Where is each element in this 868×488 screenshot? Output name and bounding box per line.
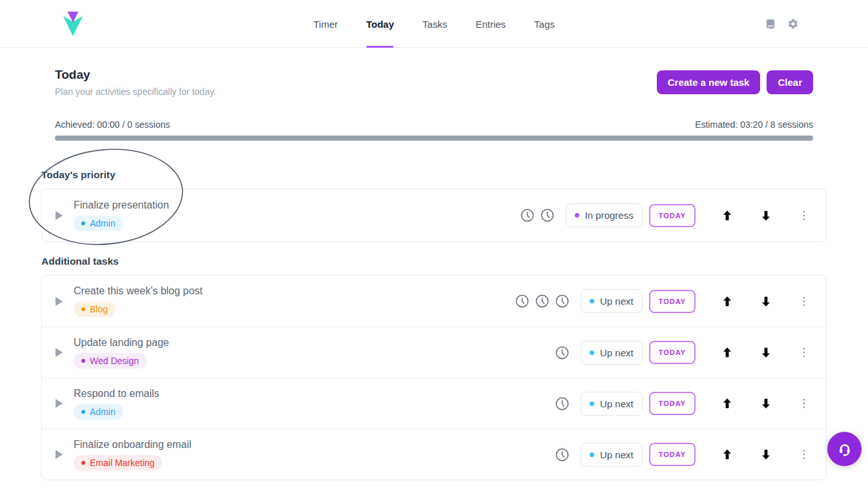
- tag-label: Admin: [90, 218, 116, 229]
- today-button[interactable]: TODAY: [649, 443, 696, 466]
- move-up-button[interactable]: [720, 396, 734, 411]
- page-header: Today Plan your activities specifically …: [55, 68, 216, 97]
- move-up-button[interactable]: [720, 345, 734, 360]
- tab-tasks[interactable]: Tasks: [422, 0, 447, 48]
- priority-section-heading: Today's priority: [41, 169, 827, 181]
- today-button[interactable]: TODAY: [649, 341, 696, 364]
- tab-today[interactable]: Today: [366, 0, 394, 48]
- tag-label: Email Marketing: [90, 458, 154, 468]
- move-down-button[interactable]: [759, 447, 773, 462]
- status-badge[interactable]: Up next: [581, 289, 643, 313]
- status-dot: [590, 402, 594, 406]
- task-row: Create this week's blog post Blog Up nex…: [42, 276, 826, 327]
- task-menu-button[interactable]: [798, 396, 811, 411]
- tab-label: Tasks: [422, 19, 447, 30]
- tag-dot: [81, 221, 85, 225]
- status-badge[interactable]: Up next: [581, 392, 643, 416]
- play-icon[interactable]: [56, 297, 63, 306]
- main-content: Today Plan your activities specifically …: [41, 68, 827, 480]
- session-clocks: [555, 396, 570, 411]
- create-task-button[interactable]: Create a new task: [657, 70, 761, 94]
- play-icon[interactable]: [56, 399, 63, 408]
- tag-dot: [81, 461, 85, 465]
- status-badge[interactable]: In progress: [566, 203, 643, 227]
- today-button[interactable]: TODAY: [649, 204, 696, 227]
- play-icon[interactable]: [56, 211, 63, 220]
- priority-task-card: Finalize presentation Admin In progress …: [41, 188, 827, 242]
- move-down-button[interactable]: [759, 396, 773, 411]
- achieved-label: Achieved: 00:00 / 0 sessions: [55, 119, 170, 130]
- status-badge[interactable]: Up next: [581, 341, 643, 365]
- move-down-button[interactable]: [759, 345, 773, 360]
- task-tag[interactable]: Blog: [74, 301, 116, 317]
- support-chat-button[interactable]: [827, 432, 862, 466]
- status-label: Up next: [600, 296, 634, 307]
- task-title: Respond to emails: [74, 388, 160, 400]
- move-up-button[interactable]: [720, 294, 734, 309]
- task-tag[interactable]: Wed Design: [74, 353, 147, 369]
- tab-entries[interactable]: Entries: [475, 0, 506, 48]
- play-icon[interactable]: [56, 348, 63, 357]
- clear-button[interactable]: Clear: [767, 70, 813, 94]
- tag-dot: [81, 307, 85, 311]
- session-clocks: [555, 447, 570, 462]
- sessions-progress: Achieved: 00:00 / 0 sessions Estimated: …: [55, 119, 813, 141]
- play-icon[interactable]: [56, 450, 63, 459]
- move-up-button[interactable]: [720, 447, 734, 462]
- task-tag[interactable]: Admin: [74, 404, 123, 420]
- task-row: Finalize presentation Admin In progress …: [42, 189, 826, 241]
- task-title: Create this week's blog post: [74, 285, 203, 297]
- status-label: Up next: [600, 347, 634, 358]
- status-badge[interactable]: Up next: [581, 443, 643, 467]
- clock-icon: [555, 294, 570, 309]
- clock-icon: [515, 294, 530, 309]
- task-tag[interactable]: Email Marketing: [74, 455, 162, 471]
- page-title: Today: [55, 68, 216, 82]
- tag-dot: [81, 410, 85, 414]
- session-clocks: [555, 345, 570, 360]
- tab-timer[interactable]: Timer: [313, 0, 338, 48]
- clock-icon: [555, 447, 570, 462]
- gear-icon[interactable]: [787, 18, 799, 30]
- tab-label: Tags: [534, 19, 555, 30]
- task-menu-button[interactable]: [798, 447, 811, 462]
- task-tag[interactable]: Admin: [74, 216, 123, 231]
- task-title: Finalize presentation: [74, 199, 169, 211]
- task-menu-button[interactable]: [798, 345, 811, 360]
- task-row: Finalize onboarding email Email Marketin…: [42, 429, 826, 480]
- clock-icon: [520, 208, 535, 223]
- tab-tags[interactable]: Tags: [534, 0, 555, 48]
- task-title: Update landing page: [74, 337, 169, 349]
- today-button[interactable]: TODAY: [649, 392, 696, 415]
- status-dot: [575, 213, 579, 218]
- main-nav: Timer Today Tasks Entries Tags: [313, 0, 555, 48]
- move-up-button[interactable]: [720, 208, 734, 223]
- headset-icon: [836, 440, 854, 458]
- move-down-button[interactable]: [759, 294, 773, 309]
- status-label: In progress: [585, 210, 634, 221]
- task-menu-button[interactable]: [798, 294, 811, 309]
- estimated-label: Estimated: 03:20 / 8 sessions: [695, 119, 813, 130]
- clock-icon: [540, 208, 555, 223]
- tag-label: Wed Design: [90, 356, 139, 366]
- clock-icon: [555, 396, 570, 411]
- status-dot: [590, 299, 594, 303]
- tag-label: Blog: [90, 304, 108, 314]
- task-menu-button[interactable]: [798, 208, 811, 223]
- status-label: Up next: [600, 398, 634, 409]
- task-row: Update landing page Wed Design Up next T…: [42, 327, 826, 378]
- move-down-button[interactable]: [759, 208, 773, 223]
- clock-icon: [555, 345, 570, 360]
- journal-icon[interactable]: [765, 18, 776, 30]
- tab-label: Timer: [313, 19, 338, 30]
- app-logo-icon[interactable]: [62, 11, 84, 37]
- session-clocks: [515, 294, 570, 309]
- tag-label: Admin: [90, 407, 116, 417]
- tab-label: Entries: [475, 19, 506, 30]
- today-button[interactable]: TODAY: [649, 290, 696, 313]
- task-title: Finalize onboarding email: [74, 439, 191, 451]
- active-tab-underline: [367, 46, 394, 48]
- additional-tasks-card: Create this week's blog post Blog Up nex…: [41, 275, 827, 480]
- session-clocks: [520, 208, 555, 223]
- page-subtitle: Plan your activities specifically for to…: [55, 86, 216, 97]
